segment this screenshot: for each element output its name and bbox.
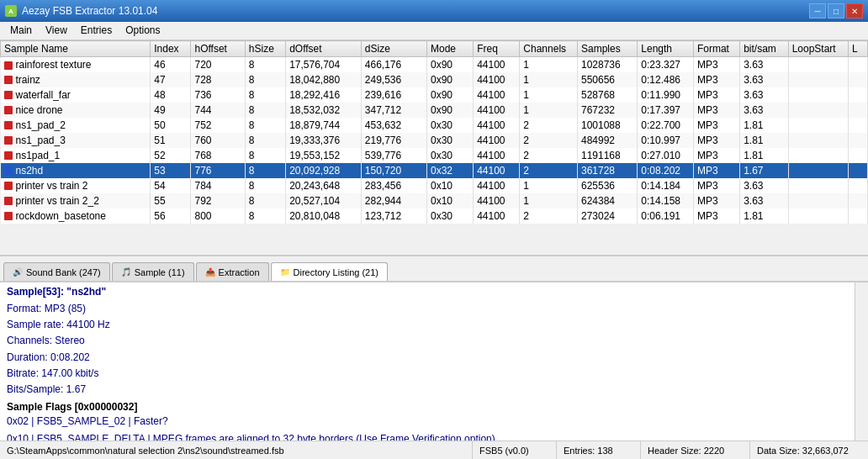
cell-loopstart xyxy=(788,178,848,193)
cell-l xyxy=(848,72,867,87)
minimize-button[interactable]: ─ xyxy=(809,3,826,18)
cell-loopstart xyxy=(788,118,848,133)
col-loopstart[interactable]: LoopStart xyxy=(788,41,848,57)
cell-index: 55 xyxy=(151,193,191,208)
info-content: Sample[53]: "ns2hd" Format: MP3 (85)Samp… xyxy=(0,282,855,441)
cell-channels: 2 xyxy=(520,118,578,133)
sample-table: Sample Name Index hOffset hSize dOffset … xyxy=(0,40,868,224)
cell-loopstart xyxy=(788,72,848,87)
cell-index: 46 xyxy=(151,57,191,72)
maximize-button[interactable]: □ xyxy=(828,3,844,18)
col-mode[interactable]: Mode xyxy=(426,41,473,57)
title-text: Aezay FSB Extractor 13.01.04 xyxy=(22,5,157,17)
cell-mode: 0x90 xyxy=(426,72,473,87)
cell-index: 48 xyxy=(151,87,191,103)
col-index[interactable]: Index xyxy=(151,41,191,57)
table-row[interactable]: ns1_pad_2 50 752 8 18,879,744 453,632 0x… xyxy=(1,118,868,133)
menu-main[interactable]: Main xyxy=(3,24,39,38)
cell-samples: 625536 xyxy=(578,178,638,193)
cell-index: 54 xyxy=(151,178,191,193)
tab-directory-listing[interactable]: 📁 Directory Listing (21) xyxy=(271,262,388,281)
cell-l xyxy=(848,103,867,118)
cell-doffset: 18,292,416 xyxy=(286,87,362,103)
col-channels[interactable]: Channels xyxy=(520,41,578,57)
tab-sample-label: Sample (11) xyxy=(135,267,185,277)
cell-freq: 44100 xyxy=(474,208,520,224)
cell-hsize: 8 xyxy=(245,193,285,208)
cell-dsize: 453,632 xyxy=(361,118,426,133)
cell-hoffset: 768 xyxy=(191,148,245,163)
cell-index: 53 xyxy=(151,163,191,178)
table-row[interactable]: trainz 47 728 8 18,042,880 249,536 0x90 … xyxy=(1,72,868,87)
table-row[interactable]: printer vs train 2_2 55 792 8 20,527,104… xyxy=(1,193,868,208)
tab-sample[interactable]: 🎵 Sample (11) xyxy=(112,262,194,281)
cell-dsize: 347,712 xyxy=(361,103,426,118)
col-name[interactable]: Sample Name xyxy=(1,41,151,57)
table-row[interactable]: ns2hd 53 776 8 20,092,928 150,720 0x32 4… xyxy=(1,163,868,178)
cell-dsize: 150,720 xyxy=(361,163,426,178)
info-flag-line: 0x10 | FSB5_SAMPLE_DELTA | MPEG frames a… xyxy=(7,430,848,441)
info-scrollbar[interactable] xyxy=(855,282,868,441)
menu-view[interactable]: View xyxy=(39,24,74,38)
table-row[interactable]: ns1pad_1 52 768 8 19,553,152 539,776 0x3… xyxy=(1,148,868,163)
cell-freq: 44100 xyxy=(474,87,520,103)
cell-l xyxy=(848,193,867,208)
cell-loopstart xyxy=(788,103,848,118)
cell-l xyxy=(848,208,867,224)
cell-length: 0:08.202 xyxy=(638,163,694,178)
sample-table-container: Sample Name Index hOffset hSize dOffset … xyxy=(0,40,868,256)
table-row[interactable]: ns1_pad_3 51 760 8 19,333,376 219,776 0x… xyxy=(1,133,868,148)
tab-extraction[interactable]: 📤 Extraction xyxy=(196,262,269,281)
col-format[interactable]: Format xyxy=(693,41,739,57)
cell-samples: 550656 xyxy=(578,72,638,87)
col-hoffset[interactable]: hOffset xyxy=(191,41,245,57)
cell-freq: 44100 xyxy=(474,133,520,148)
cell-freq: 44100 xyxy=(474,57,520,72)
info-line: Sample rate: 44100 Hz xyxy=(7,317,848,333)
col-l[interactable]: L xyxy=(848,41,867,57)
cell-mode: 0x30 xyxy=(426,148,473,163)
cell-name: printer vs train 2_2 xyxy=(1,193,151,208)
col-samples[interactable]: Samples xyxy=(578,41,638,57)
cell-doffset: 18,042,880 xyxy=(286,72,362,87)
menu-options[interactable]: Options xyxy=(119,24,167,38)
cell-channels: 1 xyxy=(520,72,578,87)
table-row[interactable]: rockdown_basetone 56 800 8 20,810,048 12… xyxy=(1,208,868,224)
cell-hsize: 8 xyxy=(245,148,285,163)
cell-channels: 1 xyxy=(520,193,578,208)
cell-hoffset: 760 xyxy=(191,133,245,148)
cell-hsize: 8 xyxy=(245,133,285,148)
tab-directory-label: Directory Listing (21) xyxy=(294,267,378,277)
col-freq[interactable]: Freq xyxy=(474,41,520,57)
cell-format: MP3 xyxy=(693,118,739,133)
cell-doffset: 19,333,376 xyxy=(286,133,362,148)
table-row[interactable]: nice drone 49 744 8 18,532,032 347,712 0… xyxy=(1,103,868,118)
extraction-icon: 📤 xyxy=(205,267,215,277)
title-bar: A Aezay FSB Extractor 13.01.04 ─ □ ✕ xyxy=(0,0,868,22)
col-doffset[interactable]: dOffset xyxy=(286,41,362,57)
cell-length: 0:23.327 xyxy=(638,57,694,72)
cell-format: MP3 xyxy=(693,193,739,208)
cell-loopstart xyxy=(788,193,848,208)
tab-soundbank[interactable]: 🔊 Sound Bank (247) xyxy=(3,262,110,281)
menu-entries[interactable]: Entries xyxy=(74,24,119,38)
cell-name: ns1pad_1 xyxy=(1,148,151,163)
col-hsize[interactable]: hSize xyxy=(245,41,285,57)
info-line: Bits/Sample: 1.67 xyxy=(7,382,848,398)
table-row[interactable]: rainforest texture 46 720 8 17,576,704 4… xyxy=(1,57,868,72)
col-length[interactable]: Length xyxy=(638,41,694,57)
info-sample-title: Sample[53]: "ns2hd" xyxy=(7,286,848,298)
cell-doffset: 17,576,704 xyxy=(286,57,362,72)
table-row[interactable]: printer vs train 2 54 784 8 20,243,648 2… xyxy=(1,178,868,193)
cell-hoffset: 720 xyxy=(191,57,245,72)
cell-hoffset: 800 xyxy=(191,208,245,224)
status-data-size: Data Size: 32,663,072 xyxy=(750,441,868,459)
cell-mode: 0x32 xyxy=(426,163,473,178)
cell-channels: 2 xyxy=(520,208,578,224)
close-button[interactable]: ✕ xyxy=(846,3,863,18)
table-row[interactable]: waterfall_far 48 736 8 18,292,416 239,61… xyxy=(1,87,868,103)
table-scroll[interactable]: Sample Name Index hOffset hSize dOffset … xyxy=(0,40,868,255)
cell-length: 0:17.397 xyxy=(638,103,694,118)
col-dsize[interactable]: dSize xyxy=(361,41,426,57)
col-bitsam[interactable]: bit/sam xyxy=(740,41,788,57)
